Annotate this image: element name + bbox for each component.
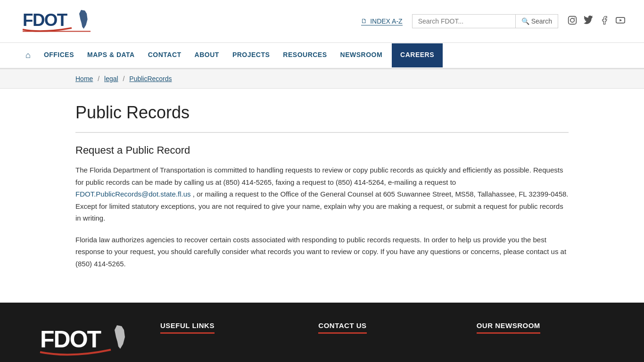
site-footer: FDOT USEFUL LINKS CONTACT US OUR NEWSROO… bbox=[0, 303, 644, 362]
breadcrumb-publicrecords[interactable]: PublicRecords bbox=[129, 75, 172, 82]
page-title: Public Records bbox=[75, 103, 569, 123]
breadcrumb: Home / legal / PublicRecords bbox=[75, 75, 569, 82]
breadcrumb-home[interactable]: Home bbox=[75, 75, 93, 82]
svg-marker-6 bbox=[619, 19, 622, 21]
svg-point-3 bbox=[570, 18, 574, 22]
content-paragraph-1: The Florida Department of Transportation… bbox=[75, 164, 569, 224]
paragraph1-text: The Florida Department of Transportation… bbox=[75, 166, 563, 186]
nav-resources[interactable]: RESOURCES bbox=[276, 43, 333, 67]
svg-text:FDOT: FDOT bbox=[23, 10, 68, 30]
footer-newsroom: OUR NEWSROOM bbox=[477, 321, 606, 340]
index-icon: 🗋 bbox=[361, 17, 367, 25]
index-az-label: INDEX A-Z bbox=[370, 17, 402, 25]
section-heading: Request a Public Record bbox=[75, 144, 569, 156]
twitter-link[interactable] bbox=[584, 16, 593, 27]
fdot-logo[interactable]: FDOT bbox=[19, 5, 94, 38]
content-paragraph-2: Florida law authorizes agencies to recov… bbox=[75, 234, 569, 270]
footer-useful-links: USEFUL LINKS bbox=[160, 321, 290, 340]
breadcrumb-legal[interactable]: legal bbox=[104, 75, 118, 82]
svg-text:FDOT: FDOT bbox=[40, 326, 101, 353]
search-input[interactable] bbox=[412, 14, 516, 28]
svg-rect-2 bbox=[569, 16, 577, 24]
nav-home-link[interactable]: ⌂ bbox=[19, 43, 37, 68]
nav-offices[interactable]: OFFICES bbox=[37, 43, 81, 67]
breadcrumb-sep-1: / bbox=[98, 75, 101, 82]
footer-logo: FDOT bbox=[38, 321, 132, 361]
facebook-link[interactable] bbox=[600, 16, 609, 27]
footer-newsroom-title: OUR NEWSROOM bbox=[477, 321, 540, 334]
svg-point-4 bbox=[574, 17, 575, 18]
search-button[interactable]: 🔍 Search bbox=[516, 14, 558, 28]
main-content: Public Records Request a Public Record T… bbox=[0, 89, 644, 303]
footer-useful-links-title: USEFUL LINKS bbox=[160, 321, 215, 334]
content-divider bbox=[75, 132, 569, 133]
nav-careers[interactable]: CAREERS bbox=[392, 43, 443, 67]
header-right: 🗋 INDEX A-Z 🔍 Search bbox=[361, 14, 625, 28]
footer-logo-svg: FDOT bbox=[38, 321, 132, 359]
youtube-link[interactable] bbox=[616, 16, 625, 27]
footer-contact-us: CONTACT US bbox=[318, 321, 448, 340]
search-box: 🔍 Search bbox=[412, 14, 558, 28]
logo-area: FDOT bbox=[19, 5, 94, 38]
instagram-link[interactable] bbox=[568, 16, 577, 27]
search-label: Search bbox=[531, 17, 552, 25]
main-navbar: ⌂ OFFICES MAPS & DATA CONTACT ABOUT PROJ… bbox=[0, 43, 644, 69]
site-header: FDOT 🗋 INDEX A-Z 🔍 Search bbox=[0, 0, 644, 43]
search-icon: 🔍 bbox=[521, 17, 529, 25]
index-az-link[interactable]: 🗋 INDEX A-Z bbox=[361, 17, 402, 25]
footer-contact-us-title: CONTACT US bbox=[318, 321, 366, 334]
nav-about[interactable]: ABOUT bbox=[188, 43, 226, 67]
nav-maps-data[interactable]: MAPS & DATA bbox=[81, 43, 141, 67]
nav-newsroom[interactable]: NEWSROOM bbox=[334, 43, 389, 67]
nav-projects[interactable]: PROJECTS bbox=[226, 43, 276, 67]
breadcrumb-sep-2: / bbox=[123, 75, 127, 82]
nav-contact[interactable]: CONTACT bbox=[141, 43, 188, 67]
breadcrumb-area: Home / legal / PublicRecords bbox=[0, 69, 644, 89]
email-link[interactable]: FDOT.PublicRecords@dot.state.fl.us bbox=[75, 190, 190, 198]
social-icons bbox=[568, 16, 625, 27]
